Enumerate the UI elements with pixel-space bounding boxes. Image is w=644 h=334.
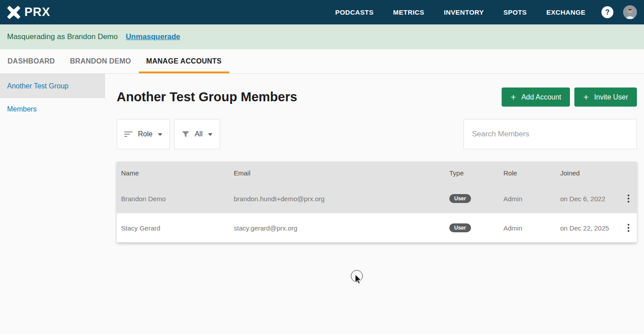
search-box: [463, 119, 637, 149]
sort-icon: [124, 131, 133, 137]
masquerade-banner: Masquerading as Brandon Demo Unmasquerad…: [0, 24, 644, 49]
invite-user-label: Invite User: [594, 93, 628, 101]
plus-icon: +: [510, 92, 516, 102]
chevron-down-icon: [208, 133, 212, 136]
member-joined: on Dec 6, 2022: [556, 195, 615, 203]
sidebar: Another Test Group Members: [0, 74, 105, 334]
action-buttons: + Add Account + Invite User: [502, 87, 637, 107]
column-header-name: Name: [117, 169, 229, 177]
column-header-email: Email: [229, 169, 445, 177]
avatar-photo: [623, 5, 637, 19]
search-members-input[interactable]: [464, 119, 636, 149]
type-badge: User: [449, 223, 471, 232]
sidebar-item-members[interactable]: Members: [0, 98, 105, 120]
sidebar-item-members-label: Members: [7, 105, 37, 113]
user-avatar[interactable]: [623, 5, 637, 19]
title-row: Another Test Group Members + Add Account…: [117, 87, 637, 107]
sort-dropdown-label: Role: [138, 130, 153, 138]
primary-nav: PODCASTS METRICS INVENTORY SPOTS EXCHANG…: [316, 5, 637, 19]
nav-item-exchange[interactable]: EXCHANGE: [546, 8, 585, 16]
tab-manage-accounts[interactable]: MANAGE ACCOUNTS: [139, 49, 229, 73]
member-type: User: [445, 223, 499, 232]
page-title: Another Test Group Members: [117, 90, 297, 104]
column-header-joined: Joined: [556, 169, 615, 177]
filter-row: Role All: [117, 119, 637, 149]
filter-icon: [182, 131, 189, 138]
filter-dropdown-label: All: [195, 130, 203, 138]
table-row: Stacy Gerard stacy.gerard@prx.org User A…: [117, 213, 637, 243]
row-actions: [615, 221, 637, 235]
prx-logo-text: PRX: [24, 6, 51, 18]
filter-dropdown[interactable]: All: [174, 119, 220, 149]
nav-item-podcasts[interactable]: PODCASTS: [335, 8, 374, 16]
content-area: Another Test Group Members Another Test …: [0, 74, 644, 334]
row-actions: [615, 192, 637, 205]
member-type: User: [445, 194, 499, 203]
type-badge: User: [449, 194, 471, 203]
column-header-role: Role: [499, 169, 556, 177]
nav-item-spots[interactable]: SPOTS: [503, 8, 527, 16]
chevron-down-icon: [158, 133, 162, 136]
member-email: stacy.gerard@prx.org: [229, 224, 445, 232]
tab-brandon-demo-label: BRANDON DEMO: [70, 57, 131, 65]
nav-item-inventory[interactable]: INVENTORY: [444, 8, 484, 16]
help-icon[interactable]: ?: [601, 6, 613, 18]
prx-x-icon: [7, 6, 20, 19]
kebab-menu-icon[interactable]: [624, 192, 633, 205]
invite-user-button[interactable]: + Invite User: [574, 87, 637, 107]
member-joined: on Dec 22, 2025: [556, 224, 615, 232]
kebab-menu-icon[interactable]: [624, 221, 633, 235]
member-name: Brandon Demo: [117, 195, 229, 203]
column-header-type: Type: [445, 169, 499, 177]
prx-logo[interactable]: PRX: [7, 6, 51, 19]
table-header-row: Name Email Type Role Joined: [117, 162, 637, 184]
member-role: Admin: [499, 224, 556, 232]
plus-icon: +: [583, 92, 589, 102]
tab-dashboard-label: DASHBOARD: [8, 57, 55, 65]
members-table: Name Email Type Role Joined Brandon Demo…: [117, 162, 637, 243]
sort-dropdown[interactable]: Role: [117, 119, 170, 149]
tab-manage-accounts-label: MANAGE ACCOUNTS: [146, 57, 222, 65]
tab-dashboard[interactable]: DASHBOARD: [0, 49, 63, 73]
member-name: Stacy Gerard: [117, 224, 229, 232]
table-row: Brandon Demo brandon.hundt+demo@prx.org …: [117, 184, 637, 213]
sidebar-item-another-test-group[interactable]: Another Test Group: [0, 74, 105, 98]
masquerade-message: Masquerading as Brandon Demo: [7, 32, 118, 41]
tab-brandon-demo[interactable]: BRANDON DEMO: [63, 49, 139, 73]
help-glyph: ?: [605, 8, 610, 16]
top-navbar: PRX PODCASTS METRICS INVENTORY SPOTS EXC…: [0, 0, 644, 24]
add-account-button[interactable]: + Add Account: [502, 87, 570, 107]
nav-item-metrics[interactable]: METRICS: [393, 8, 424, 16]
sidebar-item-group-label: Another Test Group: [7, 82, 68, 90]
account-tabbar: DASHBOARD BRANDON DEMO MANAGE ACCOUNTS: [0, 49, 644, 74]
member-role: Admin: [499, 195, 556, 203]
add-account-label: Add Account: [521, 93, 561, 101]
unmasquerade-link[interactable]: Unmasquerade: [126, 32, 180, 41]
main-panel: Another Test Group Members + Add Account…: [105, 74, 644, 334]
member-email: brandon.hundt+demo@prx.org: [229, 195, 445, 203]
